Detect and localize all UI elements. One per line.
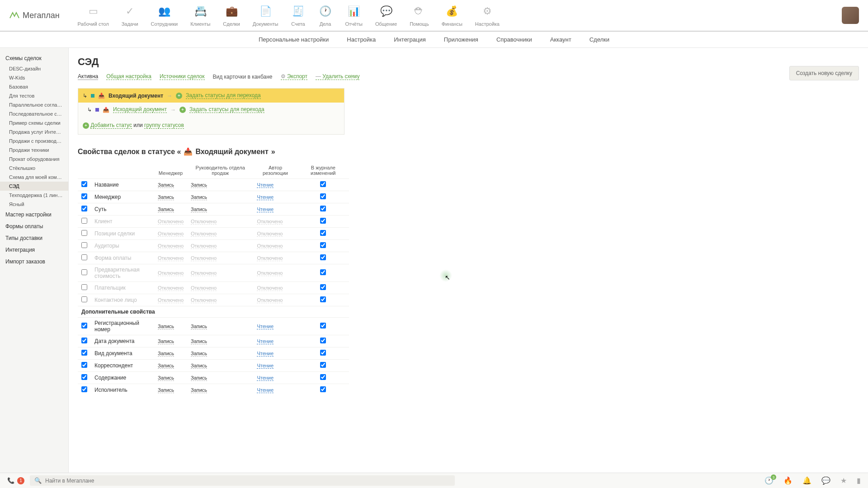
- create-deal-button[interactable]: Создать новую сделку: [789, 66, 859, 80]
- sidebar-item[interactable]: Параллельное согласование: [0, 100, 68, 109]
- row-checkbox[interactable]: [81, 218, 87, 224]
- subnav-Настройка[interactable]: Настройка: [347, 36, 376, 43]
- log-checkbox[interactable]: [320, 323, 326, 328]
- log-checkbox[interactable]: [320, 284, 326, 290]
- perm-link[interactable]: Запись: [191, 324, 207, 329]
- nav-Помощь[interactable]: ⛑Помощь: [410, 4, 429, 27]
- perm-link[interactable]: Отключено: [158, 255, 184, 261]
- perm-link[interactable]: Запись: [158, 338, 174, 344]
- nav-Отчёты[interactable]: 📊Отчёты: [345, 4, 363, 27]
- perm-link[interactable]: Запись: [158, 387, 174, 393]
- nav-Счета[interactable]: 🧾Счета: [291, 4, 306, 27]
- sidebar-item[interactable]: Продажи с производством: [0, 136, 68, 145]
- nav-Настройка[interactable]: ⚙Настройка: [475, 4, 500, 27]
- sidebar-section[interactable]: Типы доставки: [0, 232, 68, 244]
- nav-Сделки[interactable]: 💼Сделки: [223, 4, 240, 27]
- perm-link[interactable]: Отключено: [158, 297, 184, 303]
- row-checkbox[interactable]: [81, 296, 87, 302]
- perm-link[interactable]: Чтение: [257, 194, 274, 200]
- set-transition-link[interactable]: Задать статусы для перехода: [186, 92, 261, 99]
- row-checkbox[interactable]: [81, 254, 87, 260]
- perm-link[interactable]: Запись: [191, 363, 207, 369]
- perm-link[interactable]: Отключено: [191, 255, 217, 261]
- perm-link[interactable]: Чтение: [257, 387, 274, 393]
- log-checkbox[interactable]: [320, 242, 326, 248]
- perm-link[interactable]: Запись: [191, 375, 207, 381]
- sidebar-item[interactable]: Прокат оборудования: [0, 155, 68, 164]
- perm-link[interactable]: Чтение: [257, 182, 274, 188]
- nav-Общение[interactable]: 💬Общение: [375, 4, 397, 27]
- subnav-Персональные настройки[interactable]: Персональные настройки: [259, 36, 329, 43]
- perm-link[interactable]: Отключено: [257, 297, 283, 303]
- subnav-Справочники[interactable]: Справочники: [496, 36, 532, 43]
- perm-link[interactable]: Чтение: [257, 338, 274, 344]
- log-checkbox[interactable]: [320, 338, 326, 343]
- sidebar-section[interactable]: Схемы сделок: [0, 52, 68, 64]
- row-checkbox[interactable]: [81, 362, 87, 368]
- sidebar-section[interactable]: Интеграция: [0, 244, 68, 256]
- row-checkbox[interactable]: [81, 323, 87, 328]
- subnav-Сделки[interactable]: Сделки: [590, 36, 609, 43]
- sidebar-item[interactable]: Стёклышко: [0, 164, 68, 173]
- sidebar-item[interactable]: Базовая: [0, 82, 68, 91]
- perm-link[interactable]: Чтение: [257, 363, 274, 369]
- log-checkbox[interactable]: [320, 386, 326, 392]
- log-checkbox[interactable]: [320, 269, 326, 275]
- nav-Дела[interactable]: 🕐Дела: [318, 4, 333, 27]
- subnav-Аккаунт[interactable]: Аккаунт: [550, 36, 571, 43]
- nav-Документы[interactable]: 📄Документы: [253, 4, 278, 27]
- log-checkbox[interactable]: [320, 230, 326, 236]
- log-checkbox[interactable]: [320, 193, 326, 199]
- perm-link[interactable]: Запись: [158, 206, 174, 212]
- row-checkbox[interactable]: [81, 230, 87, 236]
- logo[interactable]: Мегаплан: [9, 10, 60, 21]
- status-outgoing-row[interactable]: ↳ 📤 Исходящий документ → + Задать статус…: [78, 103, 344, 117]
- perm-link[interactable]: Отключено: [191, 297, 217, 303]
- perm-link[interactable]: Чтение: [257, 375, 274, 381]
- row-checkbox[interactable]: [81, 242, 87, 248]
- sidebar-item[interactable]: Техподдержка (1 линия): [0, 191, 68, 200]
- perm-link[interactable]: Запись: [158, 194, 174, 200]
- sidebar-item[interactable]: DESC-дизайн: [0, 64, 68, 73]
- perm-link[interactable]: Чтение: [257, 351, 274, 357]
- add-status-link[interactable]: Добавить статус: [90, 122, 132, 129]
- perm-link[interactable]: Запись: [191, 351, 207, 357]
- nav-Задачи[interactable]: ✓Задачи: [122, 4, 138, 27]
- tab-general[interactable]: Общая настройка: [106, 73, 151, 80]
- subnav-Интеграция[interactable]: Интеграция: [394, 36, 426, 43]
- plus-icon[interactable]: +: [83, 122, 89, 129]
- log-checkbox[interactable]: [320, 374, 326, 380]
- tree-toggle-icon[interactable]: ↳: [87, 107, 92, 113]
- log-checkbox[interactable]: [320, 206, 326, 211]
- log-checkbox[interactable]: [320, 362, 326, 368]
- tab-export[interactable]: Экспорт: [281, 73, 307, 80]
- perm-link[interactable]: Запись: [191, 387, 207, 393]
- nav-Финансы[interactable]: 💰Финансы: [442, 4, 462, 27]
- perm-link[interactable]: Чтение: [257, 206, 274, 212]
- perm-link[interactable]: Отключено: [191, 270, 217, 276]
- plus-icon[interactable]: +: [176, 93, 182, 99]
- sidebar-item[interactable]: Для тестов: [0, 91, 68, 100]
- sidebar-item[interactable]: Последовательное согласов...: [0, 109, 68, 118]
- nav-Рабочий стол[interactable]: ▭Рабочий стол: [78, 4, 109, 27]
- row-checkbox[interactable]: [81, 374, 87, 380]
- perm-link[interactable]: Запись: [191, 206, 207, 212]
- perm-link[interactable]: Отключено: [158, 231, 184, 237]
- status-outgoing-label[interactable]: Исходящий документ: [113, 106, 167, 113]
- perm-link[interactable]: Запись: [158, 182, 174, 188]
- tab-active[interactable]: Активна: [78, 73, 98, 80]
- row-checkbox[interactable]: [81, 338, 87, 343]
- perm-link[interactable]: Запись: [158, 324, 174, 329]
- status-incoming-row[interactable]: ↳ 📥 Входящий документ → + Задать статусы…: [78, 89, 344, 103]
- perm-link[interactable]: Отключено: [257, 219, 283, 225]
- log-checkbox[interactable]: [320, 254, 326, 260]
- sidebar-item[interactable]: W-Kids: [0, 73, 68, 82]
- sidebar-item[interactable]: Пример схемы сделки: [0, 118, 68, 127]
- perm-link[interactable]: Запись: [158, 363, 174, 369]
- sidebar-item[interactable]: Ясный: [0, 200, 68, 209]
- perm-link[interactable]: Чтение: [257, 324, 274, 329]
- sidebar-item[interactable]: Продажа услуг Интернет-аге...: [0, 127, 68, 136]
- perm-link[interactable]: Отключено: [158, 270, 184, 276]
- perm-link[interactable]: Отключено: [191, 219, 217, 225]
- perm-link[interactable]: Запись: [191, 194, 207, 200]
